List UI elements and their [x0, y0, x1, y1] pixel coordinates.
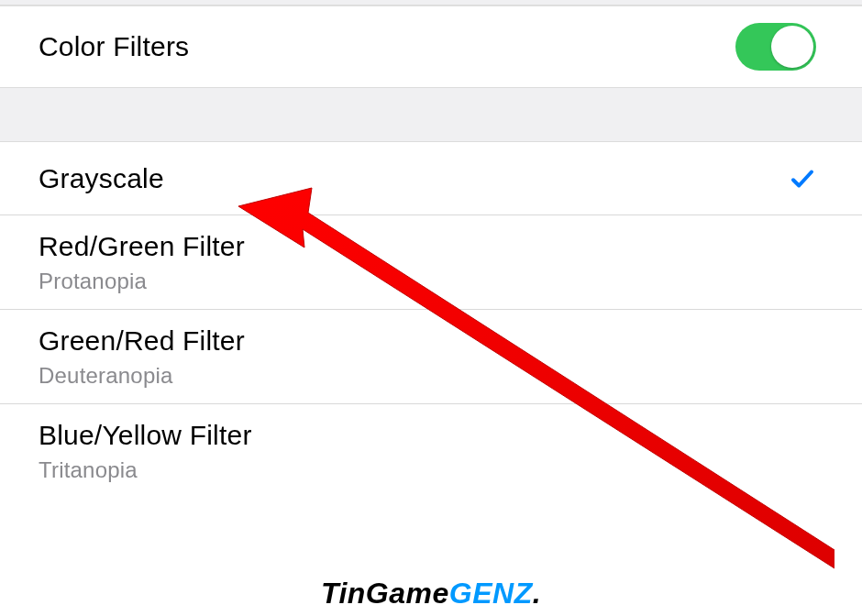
filter-option-red-green[interactable]: Red/Green Filter Protanopia: [0, 215, 862, 310]
filter-title: Red/Green Filter: [39, 230, 245, 263]
filter-option-green-red[interactable]: Green/Red Filter Deuteranopia: [0, 310, 862, 404]
filter-subtitle: Protanopia: [39, 269, 245, 294]
filter-option-grayscale[interactable]: Grayscale: [0, 142, 862, 215]
filter-title: Grayscale: [39, 162, 164, 195]
toggle-knob: [771, 26, 813, 68]
color-filters-row[interactable]: Color Filters: [0, 6, 862, 87]
color-filters-toggle[interactable]: [735, 23, 816, 71]
watermark-logo: TinGameGENZ.: [321, 577, 541, 610]
section-separator: [0, 87, 862, 142]
filter-title: Green/Red Filter: [39, 324, 245, 358]
watermark-part3: .: [533, 577, 541, 610]
filter-option-blue-yellow[interactable]: Blue/Yellow Filter Tritanopia: [0, 404, 862, 498]
list-row-content: Grayscale: [39, 162, 164, 195]
filter-subtitle: Tritanopia: [39, 457, 252, 483]
filter-subtitle: Deuteranopia: [39, 363, 245, 389]
watermark-part1: TinGame: [321, 577, 449, 610]
watermark-part2: GENZ: [449, 577, 533, 610]
list-row-content: Blue/Yellow Filter Tritanopia: [39, 419, 252, 483]
color-filters-label: Color Filters: [39, 31, 189, 62]
settings-list: Color Filters Grayscale Red/Green Filter…: [0, 0, 862, 498]
filter-title: Blue/Yellow Filter: [39, 419, 252, 452]
list-row-content: Green/Red Filter Deuteranopia: [39, 324, 245, 389]
list-row-content: Red/Green Filter Protanopia: [39, 230, 245, 294]
checkmark-icon: [789, 165, 816, 192]
